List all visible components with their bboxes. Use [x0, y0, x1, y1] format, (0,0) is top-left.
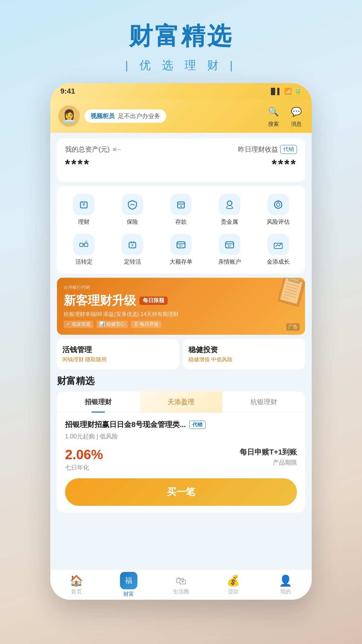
svg-text:¥: ¥: [180, 204, 182, 208]
svg-text:¥: ¥: [131, 243, 134, 247]
svg-point-4: [227, 201, 232, 206]
yield-value: 2.06%: [65, 447, 140, 462]
tag-1: ✓ 低波筑底: [64, 321, 93, 328]
search-button[interactable]: 🔍 搜索: [266, 105, 281, 128]
asset-row-values: **** ****: [65, 157, 297, 172]
steady-invest-card[interactable]: 稳健投资 稳健增值 中低风险: [183, 339, 305, 369]
svg-text:¥=: ¥=: [179, 244, 183, 248]
svg-rect-9: [84, 243, 88, 247]
scroll-content: 我的总资产(元) ✕~ 昨日理财收益 代销 **** **** ¥: [50, 133, 312, 570]
wifi-icon: 📶: [284, 88, 292, 95]
message-button[interactable]: 💬 消息: [289, 105, 304, 128]
svg-point-6: [277, 203, 280, 206]
avatar[interactable]: 👩‍💼: [58, 105, 80, 127]
message-label: 消息: [291, 121, 302, 128]
cunkuan-icon: ¥: [170, 194, 192, 215]
search-label: 搜索: [268, 121, 279, 128]
header-left: 👩‍💼 视频柜员 足不出户办业务: [58, 105, 166, 127]
nav-wealth[interactable]: 福 财富: [103, 572, 155, 598]
svg-text:¥: ¥: [82, 202, 85, 207]
grid-item-qinqing[interactable]: ¥+ 亲情账户: [206, 231, 252, 268]
huozhuanding-icon: [73, 234, 95, 255]
nav-mine[interactable]: 👤 我的: [259, 574, 312, 595]
product-meta: 1.00元起购 | 低风险: [65, 432, 297, 440]
page-subtitle: | 优 选 理 财 |: [125, 58, 237, 73]
svg-point-10: [85, 240, 87, 243]
wealth-title: 财富精选: [57, 375, 305, 387]
page-title: 财富精选: [125, 20, 237, 52]
battery-icon: 🔋: [294, 88, 302, 95]
wealth-tabs: 招银理财 天添盈理 杭银理财: [57, 391, 305, 413]
tab-zhaoyin[interactable]: 招银理财: [57, 391, 140, 413]
banner-bank-tag: 台州银行代销: [64, 284, 298, 290]
grid-item-dacun[interactable]: ¥= 大额存单: [158, 231, 204, 268]
two-col-section: 活钱管理 闲钱理财 随取随用 稳健投资 稳健增值 中低风险: [57, 339, 305, 369]
redeem-stat: 每日申赎T+1到账 产品期限: [147, 447, 297, 472]
nav-life[interactable]: 🛍 生活圈: [155, 575, 207, 595]
product-tag: 代销: [189, 421, 205, 429]
banner-limit-badge: 每日限额: [139, 297, 168, 305]
nav-home[interactable]: 🏠 首页: [50, 574, 103, 595]
asset-label: 我的总资产(元) ✕~: [65, 145, 121, 154]
header-badge[interactable]: 视频柜员 足不出户办业务: [84, 109, 166, 123]
svg-text:¥+: ¥+: [227, 244, 232, 248]
redeem-label: 产品期限: [147, 459, 297, 467]
bottom-nav: 🏠 首页 福 财富 🛍 生活圈 💰 贷款 👤 我的: [50, 570, 312, 600]
steady-invest-subtitle: 稳健增值 中低风险: [188, 356, 300, 363]
banner-tags: ✓ 低波筑底 📊 稳健安心 🗓 每日开放: [64, 321, 298, 328]
tag-2: 📊 稳健安心: [97, 321, 128, 328]
icon-grid-row2: 活转定 ¥ 定转活 ¥= 大额存单 ¥+: [61, 231, 301, 268]
dingzhuanhuo-icon: ¥: [122, 234, 143, 255]
nav-mine-label: 我的: [280, 588, 291, 595]
yield-stat: 2.06% 七日年化: [65, 447, 140, 472]
wealth-active-icon: 福: [120, 572, 137, 589]
icon-grid-row1: ¥ 理财 保险 ¥ 存款: [61, 191, 301, 228]
grid-item-huozhuanding[interactable]: 活转定: [61, 231, 107, 268]
banner-title: 新客理财升级 每日限额: [64, 292, 298, 309]
badge-subtext: 足不出户办业务: [118, 112, 160, 120]
wealth-section: 财富精选 招银理财 天添盈理 杭银理财 招银理财招赢日日金8号现金管理类... …: [57, 375, 305, 513]
asset-row-top: 我的总资产(元) ✕~ 昨日理财收益 代销: [65, 145, 297, 154]
ad-label: 广告: [286, 323, 300, 331]
active-money-subtitle: 闲钱理财 随取随用: [62, 356, 174, 363]
income-label: 昨日理财收益 代销: [238, 145, 297, 154]
nav-life-label: 生活圈: [173, 588, 189, 595]
grid-item-jintian[interactable]: 金添成长: [255, 231, 301, 268]
fengxian-icon: [267, 194, 289, 215]
eye-icon[interactable]: ✕~: [112, 146, 121, 153]
grid-item-dingzhuanhuo[interactable]: ¥ 定转活: [110, 231, 156, 268]
svg-rect-8: [80, 243, 83, 247]
jintian-icon: [267, 234, 289, 255]
active-money-card[interactable]: 活钱管理 闲钱理财 随取随用: [57, 339, 179, 369]
nav-loan[interactable]: 💰 贷款: [207, 574, 259, 595]
signal-icon: ▐▌▌: [269, 88, 282, 95]
banner-desc: 杭银理财幸福99 添益(安享优选) 14天持有期理财: [64, 311, 298, 318]
wealth-card: 招银理财 天添盈理 杭银理财 招银理财招赢日日金8号现金管理类... 代销 1.…: [57, 391, 305, 513]
tab-tianyian[interactable]: 天添盈理: [140, 391, 223, 413]
status-time: 9:41: [60, 87, 75, 96]
grid-item-guijinshu[interactable]: 贵金属: [206, 191, 252, 228]
baoxian-icon: [122, 194, 143, 215]
product-stats: 2.06% 七日年化 每日申赎T+1到账 产品期限: [65, 447, 297, 472]
total-value: ****: [65, 157, 90, 172]
guijinshu-icon: [219, 194, 240, 215]
grid-item-licai[interactable]: ¥ 理财: [61, 191, 107, 228]
grid-item-cunkuan[interactable]: ¥ 存款: [158, 191, 204, 228]
buy-button[interactable]: 买一笔: [65, 478, 297, 506]
banner-ad[interactable]: 台州银行代销 新客理财升级 每日限额 杭银理财幸福99 添益(安享优选) 14天…: [57, 278, 305, 335]
nav-home-label: 首页: [71, 588, 82, 595]
mine-icon: 👤: [279, 574, 292, 587]
nav-loan-label: 贷款: [228, 588, 239, 595]
dacun-icon: ¥=: [170, 234, 192, 255]
grid-item-baoxian[interactable]: 保险: [110, 191, 156, 228]
home-icon: 🏠: [70, 574, 83, 587]
icon-grid-section: ¥ 理财 保险 ¥ 存款: [57, 186, 305, 274]
tag-3: 🗓 每日开放: [131, 321, 161, 328]
product-name: 招银理财招赢日日金8号现金管理类... 代销: [65, 420, 297, 430]
licai-icon: ¥: [73, 194, 95, 215]
header-right: 🔍 搜索 💬 消息: [266, 105, 304, 128]
nav-wealth-label: 财富: [123, 591, 134, 598]
grid-item-fengxian[interactable]: 风险评估: [255, 191, 301, 228]
tab-hangyin[interactable]: 杭银理财: [222, 391, 305, 413]
asset-card: 我的总资产(元) ✕~ 昨日理财收益 代销 **** ****: [57, 138, 305, 182]
